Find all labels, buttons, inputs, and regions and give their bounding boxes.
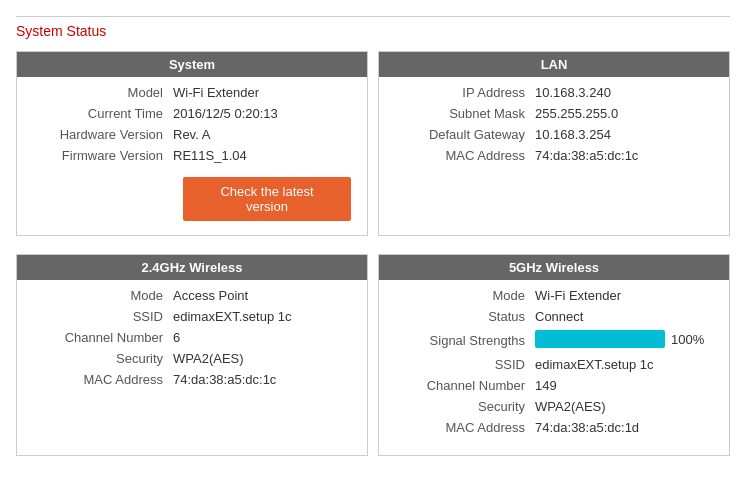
w5-mac-label: MAC Address (395, 420, 535, 435)
w5-security-value: WPA2(AES) (535, 399, 606, 414)
lan-panel-header: LAN (379, 52, 729, 77)
lan-subnet-row: Subnet Mask 255.255.255.0 (395, 106, 713, 121)
system-time-row: Current Time 2016/12/5 0:20:13 (33, 106, 351, 121)
w5-signal-row: Signal Strengths 100% (395, 330, 713, 351)
w5-channel-label: Channel Number (395, 378, 535, 393)
w24-channel-row: Channel Number 6 (33, 330, 351, 345)
w24-channel-value: 6 (173, 330, 180, 345)
lan-panel: LAN IP Address 10.168.3.240 Subnet Mask … (378, 51, 730, 236)
w24-ssid-row: SSID edimaxEXT.setup 1c (33, 309, 351, 324)
w24-mac-label: MAC Address (33, 372, 173, 387)
system-fw-row: Firmware Version RE11S_1.04 (33, 148, 351, 163)
lan-panel-body: IP Address 10.168.3.240 Subnet Mask 255.… (379, 77, 729, 183)
lan-subnet-label: Subnet Mask (395, 106, 535, 121)
system-time-label: Current Time (33, 106, 173, 121)
system-panel-header: System (17, 52, 367, 77)
w24-mode-row: Mode Access Point (33, 288, 351, 303)
lan-ip-value: 10.168.3.240 (535, 85, 611, 100)
check-latest-version-button[interactable]: Check the latest version (183, 177, 351, 221)
system-panel: System Model Wi-Fi Extender Current Time… (16, 51, 368, 236)
w24-mac-row: MAC Address 74:da:38:a5:dc:1c (33, 372, 351, 387)
w5-status-label: Status (395, 309, 535, 324)
w5-security-row: Security WPA2(AES) (395, 399, 713, 414)
lan-ip-label: IP Address (395, 85, 535, 100)
system-hw-value: Rev. A (173, 127, 210, 142)
w24-mode-label: Mode (33, 288, 173, 303)
w5-status-value: Connect (535, 309, 583, 324)
bottom-row: 2.4GHz Wireless Mode Access Point SSID e… (16, 254, 730, 456)
system-time-value: 2016/12/5 0:20:13 (173, 106, 278, 121)
signal-bar-container: 100% (535, 330, 704, 348)
w5-status-row: Status Connect (395, 309, 713, 324)
lan-mac-label: MAC Address (395, 148, 535, 163)
system-model-value: Wi-Fi Extender (173, 85, 259, 100)
system-panel-body: Model Wi-Fi Extender Current Time 2016/1… (17, 77, 367, 235)
system-model-label: Model (33, 85, 173, 100)
check-btn-container: Check the latest version (33, 169, 351, 221)
wireless24-panel-body: Mode Access Point SSID edimaxEXT.setup 1… (17, 280, 367, 407)
w5-ssid-label: SSID (395, 357, 535, 372)
page-wrapper: System Status System Model Wi-Fi Extende… (0, 0, 746, 503)
system-fw-value: RE11S_1.04 (173, 148, 247, 163)
wireless24-panel: 2.4GHz Wireless Mode Access Point SSID e… (16, 254, 368, 456)
wireless5-panel-body: Mode Wi-Fi Extender Status Connect Signa… (379, 280, 729, 455)
w24-channel-label: Channel Number (33, 330, 173, 345)
w24-security-row: Security WPA2(AES) (33, 351, 351, 366)
section-title: System Status (16, 16, 730, 39)
lan-subnet-value: 255.255.255.0 (535, 106, 618, 121)
w5-mode-value: Wi-Fi Extender (535, 288, 621, 303)
w5-mac-row: MAC Address 74:da:38:a5:dc:1d (395, 420, 713, 435)
w5-channel-row: Channel Number 149 (395, 378, 713, 393)
w5-mode-label: Mode (395, 288, 535, 303)
w5-signal-label: Signal Strengths (395, 333, 535, 348)
top-row: System Model Wi-Fi Extender Current Time… (16, 51, 730, 236)
w5-mode-row: Mode Wi-Fi Extender (395, 288, 713, 303)
w5-ssid-value: edimaxEXT.setup 1c (535, 357, 654, 372)
system-hw-row: Hardware Version Rev. A (33, 127, 351, 142)
w5-channel-value: 149 (535, 378, 557, 393)
lan-mac-value: 74:da:38:a5:dc:1c (535, 148, 638, 163)
w24-mode-value: Access Point (173, 288, 248, 303)
w24-security-value: WPA2(AES) (173, 351, 244, 366)
wireless24-panel-header: 2.4GHz Wireless (17, 255, 367, 280)
lan-mac-row: MAC Address 74:da:38:a5:dc:1c (395, 148, 713, 163)
lan-gateway-row: Default Gateway 10.168.3.254 (395, 127, 713, 142)
signal-bar (535, 330, 665, 348)
w24-security-label: Security (33, 351, 173, 366)
system-hw-label: Hardware Version (33, 127, 173, 142)
w24-ssid-label: SSID (33, 309, 173, 324)
wireless5-panel-header: 5GHz Wireless (379, 255, 729, 280)
system-model-row: Model Wi-Fi Extender (33, 85, 351, 100)
w5-mac-value: 74:da:38:a5:dc:1d (535, 420, 639, 435)
signal-percent: 100% (671, 332, 704, 347)
w24-ssid-value: edimaxEXT.setup 1c (173, 309, 292, 324)
w5-signal-value: 100% (535, 330, 704, 351)
w5-security-label: Security (395, 399, 535, 414)
wireless5-panel: 5GHz Wireless Mode Wi-Fi Extender Status… (378, 254, 730, 456)
lan-gateway-label: Default Gateway (395, 127, 535, 142)
lan-ip-row: IP Address 10.168.3.240 (395, 85, 713, 100)
lan-gateway-value: 10.168.3.254 (535, 127, 611, 142)
w24-mac-value: 74:da:38:a5:dc:1c (173, 372, 276, 387)
system-fw-label: Firmware Version (33, 148, 173, 163)
w5-ssid-row: SSID edimaxEXT.setup 1c (395, 357, 713, 372)
